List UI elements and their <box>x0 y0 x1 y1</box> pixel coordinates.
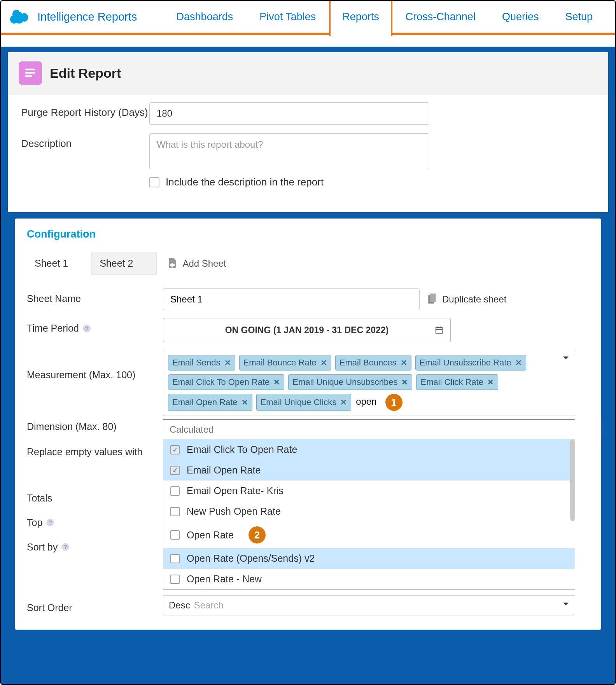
time-period-value: ON GOING (1 JAN 2019 - 31 DEC 2022) <box>225 325 389 336</box>
sort-order-label: Sort Order <box>27 598 163 613</box>
dropdown-item[interactable]: New Push Open Rate <box>163 501 575 522</box>
top-label: Top? <box>27 517 142 528</box>
duplicate-icon <box>427 294 438 305</box>
measurement-dropdown: Calculated Email Click To Open Rate Emai… <box>163 419 575 590</box>
svg-rect-7 <box>437 327 438 329</box>
configuration-title: Configuration <box>15 219 601 244</box>
page-title: Edit Report <box>50 66 121 81</box>
nav-reports[interactable]: Reports <box>329 0 392 36</box>
add-page-icon <box>168 258 177 269</box>
dropdown-item[interactable]: Open Rate2 <box>163 522 575 548</box>
checkbox-icon[interactable] <box>170 530 180 540</box>
sort-order-select[interactable]: Desc Search <box>163 595 575 615</box>
main-nav: Dashboards Pivot Tables Reports Cross-Ch… <box>163 0 606 35</box>
description-textarea[interactable]: What is this report about? <box>149 133 429 169</box>
chip-remove-icon[interactable]: ✕ <box>273 377 280 387</box>
salesforce-cloud-logo <box>10 9 31 24</box>
nav-setup[interactable]: Setup <box>552 0 606 35</box>
chip-email-click-open-rate[interactable]: Email Click To Open Rate✕ <box>168 374 284 390</box>
dropdown-item[interactable]: Open Rate - New <box>163 569 575 589</box>
purge-history-input[interactable] <box>149 102 429 125</box>
report-icon <box>19 61 42 85</box>
svg-rect-5 <box>436 328 443 334</box>
brand-title: Intelligence Reports <box>37 10 137 23</box>
measurement-multiselect[interactable]: Email Sends✕ Email Bounce Rate✕ Email Bo… <box>163 350 575 416</box>
chip-remove-icon[interactable]: ✕ <box>320 358 327 367</box>
chevron-down-icon <box>563 603 569 608</box>
configuration-panel: Configuration Sheet 1 Sheet 2 Add Sheet … <box>15 218 601 630</box>
include-description-checkbox[interactable] <box>149 177 159 187</box>
checkbox-icon[interactable] <box>170 507 180 516</box>
dropdown-scroll[interactable]: Email Click To Open Rate Email Open Rate… <box>163 439 575 589</box>
sheet-tab-2[interactable]: Sheet 2 <box>91 252 157 275</box>
chip-email-unsub-rate[interactable]: Email Unsubscribe Rate✕ <box>415 355 526 370</box>
checkbox-checked-icon[interactable] <box>170 445 180 454</box>
dropdown-item[interactable]: Email Click To Open Rate <box>163 439 575 460</box>
dropdown-item[interactable]: Open Rate (Opens/Sends) v2 <box>163 548 575 569</box>
time-period-label: Time Period ? <box>27 318 163 334</box>
dropdown-item[interactable]: Email Open Rate <box>163 460 575 481</box>
chip-email-open-rate[interactable]: Email Open Rate✕ <box>168 394 252 411</box>
chip-email-bounces[interactable]: Email Bounces✕ <box>335 355 411 370</box>
chip-email-unique-unsubs[interactable]: Email Unique Unsubscribes✕ <box>288 374 412 390</box>
callout-marker-1: 1 <box>385 394 402 411</box>
sheet-tabs: Sheet 1 Sheet 2 Add Sheet <box>27 252 589 275</box>
chip-remove-icon[interactable]: ✕ <box>515 358 522 367</box>
chip-remove-icon[interactable]: ✕ <box>224 358 231 367</box>
nav-cross-channel[interactable]: Cross-Channel <box>392 0 489 35</box>
description-label: Description <box>21 133 149 150</box>
checkbox-icon[interactable] <box>170 486 180 496</box>
sort-order-value: Desc <box>169 600 190 611</box>
purge-history-label: Purge Report History (Days) <box>21 102 149 119</box>
checkbox-checked-icon[interactable] <box>170 466 180 475</box>
measurement-chips: Email Sends✕ Email Bounce Rate✕ Email Bo… <box>168 355 555 411</box>
chip-email-click-rate[interactable]: Email Click Rate✕ <box>416 374 498 390</box>
svg-rect-0 <box>25 69 35 70</box>
chip-remove-icon[interactable]: ✕ <box>401 358 407 367</box>
top-nav-bar: Intelligence Reports Dashboards Pivot Ta… <box>1 1 615 35</box>
time-period-selector[interactable]: ON GOING (1 JAN 2019 - 31 DEC 2022) <box>163 318 451 342</box>
checkbox-icon[interactable] <box>170 554 180 563</box>
chip-remove-icon[interactable]: ✕ <box>340 398 347 407</box>
chip-email-sends[interactable]: Email Sends✕ <box>168 355 235 370</box>
svg-rect-2 <box>25 75 32 77</box>
sort-order-placeholder: Search <box>194 600 224 611</box>
duplicate-sheet-label: Duplicate sheet <box>442 294 506 305</box>
checkbox-icon[interactable] <box>170 575 180 584</box>
dropdown-item[interactable]: Email Open Rate- Kris <box>163 481 575 501</box>
duplicate-sheet-button[interactable]: Duplicate sheet <box>427 294 506 305</box>
chip-remove-icon[interactable]: ✕ <box>487 377 494 387</box>
sheet-name-input[interactable] <box>163 288 420 310</box>
form-area: Purge Report History (Days) Description … <box>8 94 608 212</box>
help-icon[interactable]: ? <box>61 543 69 551</box>
totals-label: Totals <box>27 493 142 504</box>
chip-email-unique-clicks[interactable]: Email Unique Clicks✕ <box>256 394 352 411</box>
chip-email-bounce-rate[interactable]: Email Bounce Rate✕ <box>239 355 331 370</box>
add-sheet-label: Add Sheet <box>182 258 226 269</box>
help-icon[interactable]: ? <box>83 325 91 332</box>
dimension-label: Dimension (Max. 80) <box>27 421 142 432</box>
edit-report-panel: Edit Report Purge Report History (Days) … <box>8 52 608 212</box>
nav-queries[interactable]: Queries <box>489 0 552 35</box>
panel-header: Edit Report <box>8 52 608 94</box>
measurement-label: Measurement (Max. 100) <box>27 350 163 381</box>
add-sheet-button[interactable]: Add Sheet <box>168 258 226 269</box>
measurement-search-text[interactable]: open <box>355 394 377 411</box>
callout-marker-2: 2 <box>248 526 266 543</box>
page-background: Edit Report Purge Report History (Days) … <box>1 47 615 684</box>
help-icon[interactable]: ? <box>46 519 54 526</box>
calendar-icon <box>435 326 443 334</box>
chip-remove-icon[interactable]: ✕ <box>401 377 408 387</box>
dropdown-group-header: Calculated <box>163 420 575 439</box>
include-description-label: Include the description in the report <box>166 176 324 188</box>
chip-remove-icon[interactable]: ✕ <box>242 398 248 407</box>
svg-rect-8 <box>440 327 441 329</box>
sortby-label: Sort by? <box>27 542 142 553</box>
chevron-down-icon <box>563 356 569 362</box>
replace-empty-label: Replace empty values with <box>27 446 142 458</box>
svg-rect-1 <box>25 72 35 73</box>
sheet-tab-1[interactable]: Sheet 1 <box>27 252 91 274</box>
nav-dashboards[interactable]: Dashboards <box>163 0 247 35</box>
sheet-name-label: Sheet Name <box>27 288 163 304</box>
nav-pivot-tables[interactable]: Pivot Tables <box>246 0 329 35</box>
